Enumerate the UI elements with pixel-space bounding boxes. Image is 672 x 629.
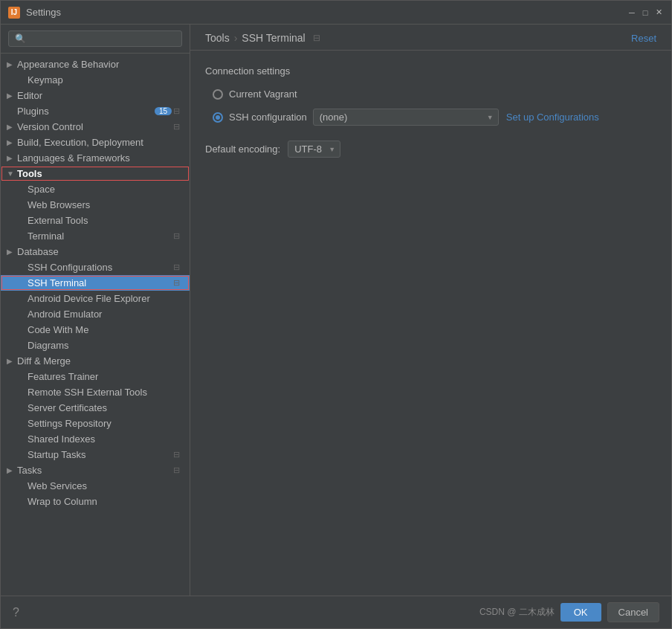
encoding-dropdown[interactable]: UTF-8 xyxy=(288,141,340,158)
sidebar-item-languages-frameworks[interactable]: ▶Languages & Frameworks xyxy=(1,150,190,166)
window-controls: ─ □ ✕ xyxy=(627,7,664,18)
close-button[interactable]: ✕ xyxy=(653,7,664,18)
tasks-label: Tasks xyxy=(17,465,172,476)
editor-label: Editor xyxy=(17,90,184,101)
sidebar-item-remote-ssh-external-tools[interactable]: Remote SSH External Tools xyxy=(1,384,190,400)
editor-arrow: ▶ xyxy=(7,91,17,100)
startup-tasks-edit-icon: ⊟ xyxy=(173,450,184,460)
appearance-behavior-arrow: ▶ xyxy=(7,60,17,68)
ssh-radio-row[interactable]: SSH configuration (none) Set up Configur… xyxy=(205,109,656,126)
breadcrumb-parent: Tools xyxy=(205,32,230,44)
web-services-label: Web Services xyxy=(28,480,184,491)
window-title: Settings xyxy=(26,7,61,18)
title-bar-left: IJ Settings xyxy=(8,7,61,19)
ok-button[interactable]: OK xyxy=(560,603,601,622)
sidebar-item-web-browsers[interactable]: Web Browsers xyxy=(1,197,190,213)
version-control-arrow: ▶ xyxy=(7,123,17,131)
breadcrumb-separator: › xyxy=(234,32,238,44)
sidebar-item-settings-repository[interactable]: Settings Repository xyxy=(1,416,190,431)
sidebar-item-ssh-terminal[interactable]: SSH Terminal⊟ xyxy=(1,275,190,291)
languages-frameworks-label: Languages & Frameworks xyxy=(17,152,184,164)
footer-right: CSDN @ 二木成林 OK Cancel xyxy=(479,602,659,622)
server-certificates-label: Server Certificates xyxy=(28,402,184,413)
keymap-label: Keymap xyxy=(28,74,184,86)
sidebar-item-shared-indexes[interactable]: Shared Indexes xyxy=(1,431,190,447)
encoding-label: Default encoding: xyxy=(205,143,280,155)
sidebar-item-android-emulator[interactable]: Android Emulator xyxy=(1,306,190,322)
ssh-radio-button[interactable] xyxy=(213,112,223,123)
sidebar-item-android-device-file-explorer[interactable]: Android Device File Explorer xyxy=(1,291,190,306)
ssh-dropdown-wrapper: (none) xyxy=(313,109,499,126)
search-box xyxy=(1,25,190,54)
sidebar-item-version-control[interactable]: ▶Version Control⊟ xyxy=(1,119,190,135)
ssh-terminal-edit-icon: ⊟ xyxy=(173,278,184,288)
sidebar-item-server-certificates[interactable]: Server Certificates xyxy=(1,400,190,416)
external-tools-label: External Tools xyxy=(28,215,184,226)
tools-label: Tools xyxy=(17,168,184,179)
vagrant-radio-button[interactable] xyxy=(213,89,223,100)
sidebar-item-diagrams[interactable]: Diagrams xyxy=(1,338,190,353)
tasks-arrow: ▶ xyxy=(7,466,17,474)
content-area: ▶Appearance & BehaviorKeymap▶EditorPlugi… xyxy=(1,25,671,596)
sidebar: ▶Appearance & BehaviorKeymap▶EditorPlugi… xyxy=(1,25,190,596)
main-content: Tools › SSH Terminal ⊟ Reset Connection … xyxy=(190,25,671,596)
appearance-behavior-label: Appearance & Behavior xyxy=(17,59,184,70)
vagrant-radio-row[interactable]: Current Vagrant xyxy=(205,88,656,100)
terminal-label: Terminal xyxy=(28,230,172,242)
diff-merge-arrow: ▶ xyxy=(7,357,17,365)
encoding-row: Default encoding: UTF-8 xyxy=(205,141,656,158)
version-control-label: Version Control xyxy=(17,121,172,132)
sidebar-tree: ▶Appearance & BehaviorKeymap▶EditorPlugi… xyxy=(1,54,190,596)
diagrams-label: Diagrams xyxy=(28,340,184,351)
maximize-button[interactable]: □ xyxy=(640,7,650,18)
sidebar-item-features-trainer[interactable]: Features Trainer xyxy=(1,369,190,384)
sidebar-item-web-services[interactable]: Web Services xyxy=(1,478,190,494)
breadcrumb-current: SSH Terminal xyxy=(242,32,305,44)
code-with-me-label: Code With Me xyxy=(28,324,184,335)
database-arrow: ▶ xyxy=(7,248,17,256)
connection-settings-label: Connection settings xyxy=(205,65,656,77)
languages-frameworks-arrow: ▶ xyxy=(7,154,17,162)
plugins-badge: 15 xyxy=(155,107,172,115)
reset-button[interactable]: Reset xyxy=(631,33,656,44)
sidebar-item-appearance-behavior[interactable]: ▶Appearance & Behavior xyxy=(1,57,190,72)
app-icon: IJ xyxy=(8,7,20,19)
tools-arrow: ▼ xyxy=(7,170,17,178)
sidebar-item-keymap[interactable]: Keymap xyxy=(1,72,190,88)
wrap-to-column-label: Wrap to Column xyxy=(28,496,184,507)
database-label: Database xyxy=(17,246,184,257)
sidebar-item-plugins[interactable]: Plugins15⊟ xyxy=(1,103,190,119)
sidebar-item-wrap-to-column[interactable]: Wrap to Column xyxy=(1,494,190,509)
sidebar-item-startup-tasks[interactable]: Startup Tasks⊟ xyxy=(1,447,190,462)
minimize-button[interactable]: ─ xyxy=(627,7,637,18)
sidebar-item-terminal[interactable]: Terminal⊟ xyxy=(1,228,190,244)
plugins-edit-icon: ⊟ xyxy=(173,106,184,117)
tasks-edit-icon: ⊟ xyxy=(173,465,184,476)
title-bar: IJ Settings ─ □ ✕ xyxy=(1,1,671,25)
features-trainer-label: Features Trainer xyxy=(28,371,184,382)
cancel-button[interactable]: Cancel xyxy=(607,602,659,622)
ssh-dropdown[interactable]: (none) xyxy=(313,109,499,126)
ssh-terminal-label: SSH Terminal xyxy=(28,277,172,288)
encoding-wrapper: UTF-8 xyxy=(288,141,340,158)
sidebar-item-ssh-configurations[interactable]: SSH Configurations⊟ xyxy=(1,259,190,275)
help-button[interactable]: ? xyxy=(13,606,19,619)
search-input[interactable] xyxy=(8,30,182,47)
settings-window: IJ Settings ─ □ ✕ ▶Appearance & Behavior… xyxy=(0,0,672,629)
sidebar-item-external-tools[interactable]: External Tools xyxy=(1,213,190,228)
sidebar-item-tasks[interactable]: ▶Tasks⊟ xyxy=(1,462,190,478)
sidebar-item-editor[interactable]: ▶Editor xyxy=(1,88,190,103)
sidebar-item-diff-merge[interactable]: ▶Diff & Merge xyxy=(1,353,190,369)
ssh-configurations-edit-icon: ⊟ xyxy=(173,262,184,273)
sidebar-item-space[interactable]: Space xyxy=(1,181,190,197)
sidebar-item-database[interactable]: ▶Database xyxy=(1,244,190,259)
breadcrumb-edit-icon: ⊟ xyxy=(313,33,320,43)
setup-configurations-link[interactable]: Set up Configurations xyxy=(506,112,599,123)
sidebar-item-build-execution-deployment[interactable]: ▶Build, Execution, Deployment xyxy=(1,135,190,150)
sidebar-item-tools[interactable]: ▼Tools xyxy=(1,166,190,181)
remote-ssh-external-tools-label: Remote SSH External Tools xyxy=(28,387,184,398)
main-body: Connection settings Current Vagrant SSH … xyxy=(190,51,671,596)
version-control-edit-icon: ⊟ xyxy=(173,122,184,132)
sidebar-item-code-with-me[interactable]: Code With Me xyxy=(1,322,190,338)
startup-tasks-label: Startup Tasks xyxy=(28,449,172,460)
